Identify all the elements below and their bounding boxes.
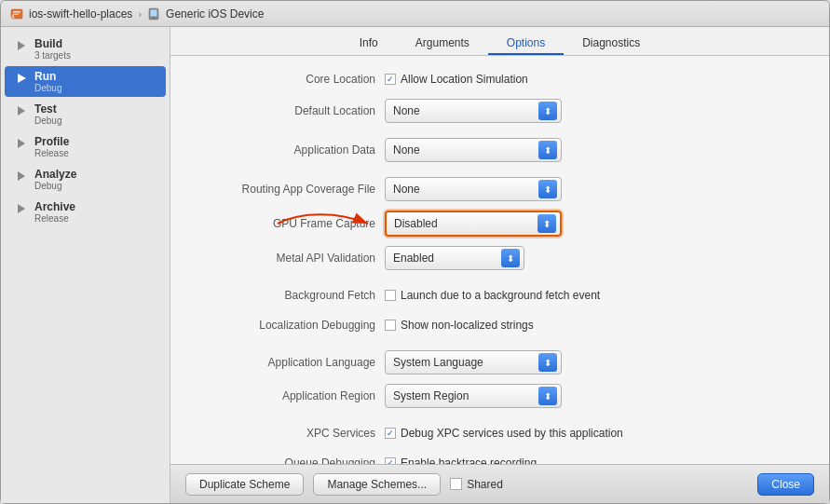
tab-info[interactable]: Info [341,33,397,55]
default-location-label: Default Location [189,104,385,117]
localization-control: Show non-localized strings [385,319,534,332]
xpc-control: ✓ Debug XPC services used by this applic… [385,427,623,440]
build-label: Build [34,37,71,50]
background-fetch-checkbox[interactable] [385,290,396,301]
gpu-select[interactable]: Disabled ⬍ [385,211,562,237]
localization-text: Show non-localized strings [401,319,534,332]
localization-checkbox[interactable] [385,320,396,331]
metal-arrow: ⬍ [501,249,520,267]
app-region-select[interactable]: System Region ⬍ [385,384,562,408]
sidebar-item-analyze[interactable]: Analyze Debug [5,164,166,195]
svg-marker-12 [18,204,25,213]
background-fetch-label: Background Fetch [189,289,385,302]
title-device: Generic iOS Device [166,7,264,20]
profile-label: Profile [34,135,69,148]
background-fetch-row: Background Fetch Launch due to a backgro… [189,285,810,306]
core-location-label: Core Location [189,73,385,86]
routing-arrow: ⬍ [538,180,557,198]
routing-select[interactable]: None ⬍ [385,177,562,201]
project-icon: A [10,7,23,20]
metal-select[interactable]: Enabled ⬍ [385,246,524,270]
localization-checkbox-label[interactable]: Show non-localized strings [385,319,534,332]
close-button[interactable]: Close [757,473,814,496]
duplicate-scheme-button[interactable]: Duplicate Scheme [185,473,304,496]
gpu-control: Disabled ⬍ [385,211,562,237]
app-data-arrow: ⬍ [538,141,557,159]
app-data-control: None ⬍ [385,138,562,162]
xpc-checkbox-label[interactable]: ✓ Debug XPC services used by this applic… [385,427,623,440]
archive-label: Archive [34,200,75,213]
shared-label: Shared [467,478,503,491]
allow-location-label[interactable]: ✓ Allow Location Simulation [385,73,528,86]
app-data-select[interactable]: None ⬍ [385,138,562,162]
default-location-control: None ⬍ [385,99,562,123]
routing-label: Routing App Coverage File [189,183,385,196]
allow-location-checkbox[interactable]: ✓ [385,74,396,85]
queue-label: Queue Debugging [189,456,385,464]
app-language-value: System Language [393,356,535,369]
allow-location-text: Allow Location Simulation [401,73,528,86]
run-sub: Debug [34,83,61,93]
project-name: ios-swift-hello-places [29,7,132,20]
xpc-text: Debug XPC services used by this applicat… [401,427,623,440]
metal-row: Metal API Validation Enabled ⬍ [189,246,810,270]
build-sub: 3 targets [34,50,71,61]
metal-value: Enabled [393,252,497,265]
default-location-arrow: ⬍ [538,102,557,120]
queue-checkbox[interactable]: ✓ [385,457,396,464]
app-region-value: System Region [393,389,535,402]
xpc-row: XPC Services ✓ Debug XPC services used b… [189,423,810,443]
svg-text:A: A [11,13,15,20]
tabs-bar: Info Arguments Options Diagnostics [170,27,829,56]
sidebar-item-archive[interactable]: Archive Release [5,197,166,227]
queue-checkbox-label[interactable]: ✓ Enable backtrace recording [385,456,537,464]
metal-control: Enabled ⬍ [385,246,524,270]
manage-schemes-button[interactable]: Manage Schemes... [313,473,441,496]
background-fetch-text: Launch due to a background fetch event [401,289,600,302]
tab-arguments[interactable]: Arguments [397,33,488,55]
default-location-select[interactable]: None ⬍ [385,99,562,123]
xpc-checkbox[interactable]: ✓ [385,428,396,439]
sidebar-item-run[interactable]: Run Debug [5,66,166,97]
app-region-arrow: ⬍ [538,387,557,405]
shared-checkbox-container: Shared [450,478,503,491]
test-label: Test [34,102,61,116]
tab-options[interactable]: Options [488,33,564,55]
svg-marker-11 [18,171,25,181]
shared-checkbox[interactable] [450,478,462,490]
svg-marker-10 [18,139,25,148]
build-icon [14,38,29,53]
default-location-value: None [393,104,535,117]
app-language-label: Application Language [189,356,385,369]
title-bar: A ios-swift-hello-places › Generic iOS D… [1,1,829,27]
title-project: ios-swift-hello-places [29,7,132,20]
archive-icon [14,201,29,216]
core-location-row: Core Location ✓ Allow Location Simulatio… [189,69,810,89]
archive-sub: Release [34,213,75,224]
app-region-control: System Region ⬍ [385,384,562,408]
app-language-arrow: ⬍ [538,353,557,372]
red-arrow-annotation [273,210,375,238]
app-language-select[interactable]: System Language ⬍ [385,350,562,375]
analyze-sub: Debug [34,181,76,191]
settings-area: Core Location ✓ Allow Location Simulatio… [170,56,829,464]
svg-rect-5 [151,9,157,16]
app-data-row: Application Data None ⬍ [189,138,810,162]
routing-control: None ⬍ [385,177,562,201]
localization-row: Localization Debugging Show non-localize… [189,315,810,335]
sidebar-item-profile[interactable]: Profile Release [5,131,166,162]
queue-row: Queue Debugging ✓ Enable backtrace recor… [189,453,810,464]
svg-point-6 [153,17,155,19]
metal-label: Metal API Validation [189,252,385,265]
sidebar-item-test[interactable]: Test Debug [5,99,166,129]
background-fetch-checkbox-label[interactable]: Launch due to a background fetch event [385,289,600,302]
background-fetch-control: Launch due to a background fetch event [385,289,600,302]
profile-sub: Release [34,148,69,158]
queue-text: Enable backtrace recording [401,456,537,464]
sidebar-item-build[interactable]: Build 3 targets [5,34,166,64]
app-region-row: Application Region System Region ⬍ [189,384,810,408]
analyze-icon [14,169,29,184]
tab-diagnostics[interactable]: Diagnostics [564,33,659,55]
queue-control: ✓ Enable backtrace recording [385,456,537,464]
routing-row: Routing App Coverage File None ⬍ [189,177,810,201]
